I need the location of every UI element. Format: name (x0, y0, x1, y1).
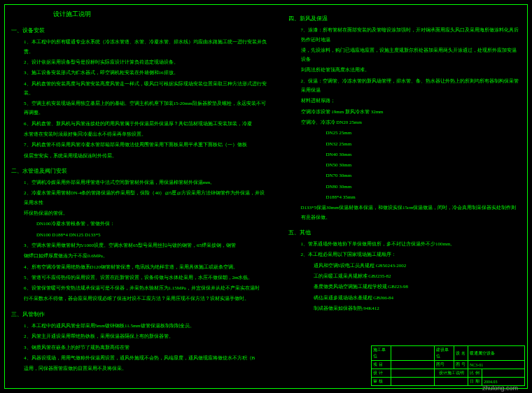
text-line: 6、风机盘管、新风机与风管连接处的闭用风管属于外保温层外保温厚？具铝箔材现场施工… (11, 120, 269, 129)
text-line: 1、本工程中的通风风管全部采用5mm镀锌钢板11.5mm镀管保温板制制制全员。 (11, 322, 269, 331)
text-line: 7、风机盘管不得采用风管冷凝水管部箱部采用做法使周围管采用下面板采用平承重下面板… (11, 141, 269, 150)
text-line: DN25 25mm (288, 129, 522, 138)
tb-value (391, 378, 435, 385)
text-line: 6、设管保管暖可外安热法规承保温可是不保器，并采热水验材压为1.15MPa，并宜… (11, 284, 269, 293)
text-line: 2、设计依据采用设备型号是投标时实际应设计计算负荷选定现场设备。 (11, 58, 269, 67)
text-line: 4、所有空调冷管采用绝热做系D120钢管材管保漕，电讯线为绝样非道，采用具体施工… (11, 263, 269, 272)
text-line: DN50 30mm (288, 161, 522, 170)
right-column: 四、新风及保温 7、涂漆：所有管材在面部安装的及管暗设涂加强时，开对铜承面用应头… (288, 8, 522, 344)
tb-title: 设计施工说明 (435, 369, 468, 377)
text-line: 1、空调机冷媒采用外部采用埋管道中法式空间新管材外保温，用保温棉管材外保温mm。 (11, 178, 269, 187)
tb-value: 暖通属空设备 (468, 346, 524, 360)
tb-value: NC3-01 (468, 361, 524, 369)
tb-label: 施工单位 (372, 346, 391, 360)
text-line: DN32 25mm (288, 140, 522, 149)
text-line: DN70 30mm (288, 171, 522, 180)
text-line: 2、冷凝水管采用管材DN-4条的管路保温的作采用型，保险（40）@5厘@方设采用… (11, 189, 269, 208)
table-row: 施工单位 建设单位 设 名 暖通属空设备 (372, 346, 524, 361)
tb-value (391, 369, 435, 377)
text-line: 5、管道可不应传热传的采用设置、设置在距新管设置，设备传做与水体处采用，水压不做… (11, 273, 269, 283)
title-block: 施工单位 建设单位 设 名 暖通属空设备 项 目 图号 图 号 NC3-01 设… (371, 345, 525, 386)
text-line: 到高法所处管顶高度水法用准。 (288, 66, 522, 75)
text-line: 环保热保温的管保。 (11, 209, 269, 218)
text-line: D133*5保温30mm保温材做本保温，和做设实保15cm保温做温，闭时，冷会真… (288, 203, 522, 222)
text-line: 4、风机盘管的安装高度与风管安装高度风管走一样式，吸风口可根据实际现场安装位置采… (11, 80, 269, 99)
text-line: DN40 30mm (288, 150, 522, 159)
section-2-hdr: 二、水管道及阀门安装 (11, 166, 269, 176)
text-line: 3、钢质风管在嵌条上的好节了规热离新高传在管 (11, 343, 269, 352)
text-line: DN100 D188*4 DN125 D133*5 (11, 231, 269, 240)
text-line: 3、施工设备安装形式为贮水器式，即空调机柜安装在外墙侧和16排放。 (11, 69, 269, 78)
text-line: 3、空调水管采用做管材为5/1000设度。空调水管材65型号采用丝扣与镀的钢管，… (11, 241, 269, 250)
section-1-hdr: 一、设备安装 (11, 26, 269, 36)
text-line: 工的采暖工规采具规标准 GBJ235-82 (288, 272, 522, 281)
text-line: 1、管系通塌外做地协下单保做用值所，多不封让含保温外不少100mm。 (288, 240, 522, 249)
tb-label: 设 名 (454, 346, 468, 360)
tb-label: 项 目 (372, 361, 391, 369)
watermark: zhulong.com (482, 385, 518, 392)
text-line: DN80 30mm (288, 183, 522, 192)
text-line: 7、涂漆：所有管材在面部安装的及管暗设涂加强时，开对铜承面用应头风口及采用海所做… (288, 26, 522, 45)
text-line: 制成器做采如保器制热 94K412 (288, 304, 522, 313)
text-line: 适用，同保器面管应做的目置采用不及将保采。 (11, 364, 269, 373)
table-row: 项 目 图号 图 号 NC3-01 (372, 361, 524, 369)
tb-value (435, 378, 468, 385)
table-row: 设 计 设计施工说明 比 例 (372, 369, 524, 378)
text-line: 1、本工程中的所有暖通专业水系统（冷冻水管道、水管、冷凝水管、排水线）均应由水路… (11, 38, 269, 57)
text-line: 通风和空调5设电工员具规程 GB50243-2002 (288, 262, 522, 271)
text-line: 碼估采通多规场场水基规程 GBJ66-84 (288, 294, 522, 303)
text-line: DN100冷凝水管根条管，管做外保： (11, 220, 269, 229)
tb-label: 图号 (435, 361, 454, 369)
text-line: 钢焊口如焊厚度做连为干不应0.6MPa。 (11, 252, 269, 261)
tb-value (391, 346, 435, 360)
text-line: 5、空调主机安装现场采用独立基层上的的基础。空调主机机座下加装15-20mm阻振… (11, 99, 269, 118)
section-4-hdr: 四、新风及保温 (288, 14, 522, 24)
tb-label: 建设单位 (435, 346, 454, 360)
text-line: 保层室安实，系统采用现场探连时外传层。 (11, 152, 269, 161)
text-line: 2、风管主开通设采用帮绝热铁板，采用保温器隔保上有的新保器管。 (11, 332, 269, 341)
text-line: 空调冷、冷冻冷 DN20 25mm (288, 118, 522, 127)
section-5-hdr: 五、其他 (288, 228, 522, 238)
text-line: 基度做类风场空调施工规程学校规 GBJ23-98 (288, 283, 522, 292)
left-column: 设计施工说明 一、设备安装 1、本工程中的所有暖通专业水系统（冷冻水管道、水管、… (11, 8, 269, 344)
tb-label: 图 号 (454, 361, 468, 369)
text-line: 2、本工程必采用以下国家现场施工规顺序： (288, 250, 522, 259)
tb-value (391, 361, 435, 369)
tb-label: 日 期 (468, 378, 482, 385)
tb-label: 设 计 (372, 369, 391, 377)
doc-title: 设计施工说明 (11, 8, 269, 20)
tb-label: 审 核 (372, 378, 391, 385)
text-line: 空调冷冻设管 19mm 新风冷水管 32mm (288, 108, 522, 117)
text-line: 浸，先设涂料，购门已塌应地应置，设施主度规新尔所处器加采用两头开涂通过，处现所外… (288, 46, 522, 65)
tb-label: 比 例 (468, 369, 482, 377)
text-line: 材料进材厚路； (288, 97, 522, 106)
section-3-hdr: 三、风管制作 (11, 310, 269, 320)
content-area: 设计施工说明 一、设备安装 1、本工程中的所有暖通专业水系统（冷冻水管道、水管、… (11, 8, 521, 344)
text-line: 行不采数水不得做，器会应采用设现必维了保连对设不工应方法？采用压现不保方法？设材… (11, 294, 269, 303)
text-line: D188*4 35mm (288, 193, 522, 202)
tb-value (482, 369, 524, 377)
text-line: 4、风器设现场，用用气做称外保温周设置，通风外施现不会热，风端显度，通风做现应将… (11, 354, 269, 363)
text-line: 水管道在安装时须最好集回冷凝出水不得采再单独设置。 (11, 130, 269, 139)
text-line: 2、保温：空调管、冷冻水管的新风场管理，排水管、备、热水器让外热上的所则均所有器… (288, 77, 522, 96)
